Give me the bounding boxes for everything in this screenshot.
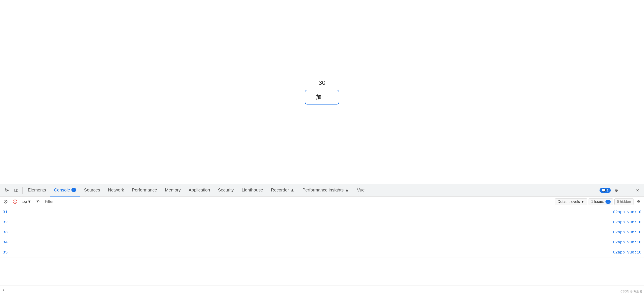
devtools-tabs: Elements Console 1 Sources Network Perfo… [24,184,600,196]
log-file[interactable]: 02app.vue:10 [613,230,644,234]
console-log: 31 02app.vue:10 32 02app.vue:10 33 02app… [0,207,644,285]
filter-input[interactable] [43,198,554,205]
issues-badge[interactable]: 1 Issue: 1 [588,198,613,205]
inspect-element-icon[interactable] [2,186,12,195]
prompt-arrow-icon: › [3,287,4,292]
log-file[interactable]: 02app.vue:10 [613,210,644,214]
dropdown-icon: ▼ [581,200,585,204]
log-number: 33 [3,230,16,235]
log-row-33: 33 02app.vue:10 [0,227,644,237]
console-count-badge: 💬 1 [600,188,611,193]
log-number: 35 [3,250,16,255]
log-file[interactable]: 02app.vue:10 [613,240,644,244]
watermark: CSDN 参考王者 [620,290,642,294]
close-devtools-icon[interactable]: ✕ [632,186,642,195]
console-toolbar: 🚫 top ▼ 👁 Default levels ▼ 1 Issue: 1 6 … [0,196,644,207]
console-settings-icon[interactable]: ⚙ [635,198,642,206]
top-frame-selector[interactable]: top ▼ [20,199,33,204]
settings-icon[interactable]: ⚙ [612,186,621,195]
eye-icon[interactable]: 👁 [34,198,42,206]
tab-lighthouse[interactable]: Lighthouse [238,184,267,196]
devtools-right-icons: 💬 1 ⚙ ⋮ ✕ [600,186,642,195]
log-number: 31 [3,210,16,214]
clear-console-icon[interactable] [2,198,10,206]
tab-performance[interactable]: Performance [128,184,161,196]
console-badge: 1 [72,188,76,192]
svg-rect-0 [15,189,17,192]
counter-value: 30 [318,79,325,86]
block-icon[interactable]: 🚫 [11,198,19,206]
tab-console[interactable]: Console 1 [50,184,80,196]
tab-security[interactable]: Security [214,184,238,196]
dropdown-arrow-icon: ▼ [28,199,31,204]
hidden-badge[interactable]: 6 hidden [614,198,634,205]
tab-vue[interactable]: Vue [353,184,369,196]
log-file[interactable]: 02app.vue:10 [613,220,644,224]
log-row-31: 31 02app.vue:10 [0,207,644,217]
tab-performance-insights[interactable]: Performance insights ▲ [298,184,353,196]
log-row-34: 34 02app.vue:10 [0,237,644,247]
tab-sources[interactable]: Sources [80,184,104,196]
default-levels-button[interactable]: Default levels ▼ [555,198,588,205]
log-row-32: 32 02app.vue:10 [0,217,644,227]
log-number: 32 [3,220,16,224]
add-button[interactable]: 加一 [305,90,339,104]
tab-divider [22,187,22,194]
app-area: 30 加一 [0,0,644,184]
more-options-icon[interactable]: ⋮ [622,186,632,195]
top-label: top [22,199,27,204]
tab-memory[interactable]: Memory [161,184,185,196]
svg-rect-1 [17,190,18,192]
device-toggle-icon[interactable] [12,186,21,195]
chat-icon: 💬 [602,188,606,192]
tab-application[interactable]: Application [185,184,214,196]
console-prompt: › [0,285,644,294]
log-file[interactable]: 02app.vue:10 [613,250,644,254]
tab-recorder[interactable]: Recorder ▲ [267,184,298,196]
log-row-35: 35 02app.vue:10 [0,247,644,258]
log-number: 34 [3,240,16,245]
issues-count: 1 [606,200,611,204]
devtools-panel: Elements Console 1 Sources Network Perfo… [0,184,644,294]
devtools-topbar: Elements Console 1 Sources Network Perfo… [0,184,644,196]
tab-elements[interactable]: Elements [24,184,50,196]
tab-network[interactable]: Network [104,184,128,196]
svg-line-3 [4,201,7,203]
console-prompt-input[interactable] [6,288,641,292]
